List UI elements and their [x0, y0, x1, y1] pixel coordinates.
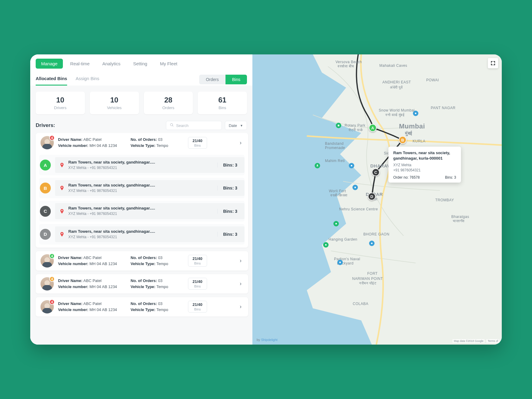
map-attrib-text: Map data ©2018 Google: [453, 339, 485, 343]
stat-value: 28: [144, 96, 193, 104]
stat-vehicles: 10Vehicles: [90, 92, 139, 114]
sort-label: Date: [229, 123, 237, 128]
svg-point-1: [351, 165, 352, 167]
stop-info: Ram Towers, near sita society, gandhinag…: [55, 180, 245, 196]
map-attrib-text: Terms of: [486, 339, 499, 343]
map-panel[interactable]: MumbaiमुंबईANDHERI EASTPOWAIअंधेरी पूर्व…: [252, 54, 502, 345]
driver-header[interactable]: 4 Driver Name: ABC Patel Vehicle number:…: [36, 251, 248, 271]
stop-text: Ram Towers, near sita society, gandhinag…: [68, 183, 214, 193]
svg-point-3: [371, 243, 373, 244]
stop-bins: Bins: 3: [217, 163, 240, 167]
search-icon: [170, 123, 174, 128]
chevron-right-icon[interactable]: ›: [238, 303, 243, 310]
stat-orders: 28Orders: [144, 92, 193, 114]
pin-icon: [59, 185, 65, 191]
nav-real-time[interactable]: Real-time: [65, 59, 95, 69]
map-poi-icon: [336, 123, 341, 128]
sub-tabs: Allocated BinsAssign Bins: [36, 73, 99, 86]
map-poi-icon: [369, 241, 375, 246]
stat-label: Orders: [144, 105, 193, 110]
nav-manage[interactable]: Manage: [36, 59, 63, 69]
expand-button[interactable]: [488, 58, 498, 68]
app-window: ManageReal-timeAnalyticsSettingMy Fleet …: [30, 54, 502, 345]
list-header: Drivers: Search Date ▼: [30, 118, 252, 133]
nav-setting[interactable]: Setting: [128, 59, 153, 69]
stop-row[interactable]: D Ram Towers, near sita society, gandhin…: [39, 224, 245, 245]
driver-card: 4 Driver Name: ABC Patel Vehicle number:…: [36, 297, 248, 316]
expand-icon: [490, 60, 496, 66]
driver-info: Driver Name: ABC Patel Vehicle number: M…: [58, 137, 125, 149]
stat-label: Bins: [198, 105, 247, 110]
stop-marker-a: A: [40, 160, 51, 170]
driver-card: 4 Driver Name: ABC Patel Vehicle number:…: [36, 251, 248, 271]
driver-badge: 4: [49, 253, 55, 259]
stop-bins: Bins: 3: [217, 232, 240, 237]
stop-row[interactable]: C Ram Towers, near sita society, gandhin…: [39, 201, 245, 221]
driver-card: 4 Driver Name: ABC Patel Vehicle number:…: [36, 133, 248, 248]
view-toggle: OrdersBins: [199, 75, 247, 84]
map-marker-c[interactable]: C: [372, 168, 380, 176]
toggle-bins[interactable]: Bins: [225, 75, 247, 84]
stop-row[interactable]: A Ram Towers, near sita society, gandhin…: [39, 155, 245, 175]
svg-point-6: [355, 187, 356, 188]
avatar: 4: [41, 136, 54, 149]
stop-text: Ram Towers, near sita society, gandhinag…: [68, 160, 214, 170]
map-tooltip: Ram Towers, near sita society, gandhinag…: [388, 147, 461, 183]
sort-dropdown[interactable]: Date ▼: [225, 121, 247, 130]
map-poi-icon: [349, 163, 354, 168]
left-panel: ManageReal-timeAnalyticsSettingMy Fleet …: [30, 54, 252, 345]
stat-bins: 61Bins: [198, 92, 247, 114]
search-sort: Search Date ▼: [166, 121, 247, 130]
subtab-allocated-bins[interactable]: Allocated Bins: [36, 73, 67, 86]
driver-info: Driver Name: ABC Patel Vehicle number: M…: [58, 278, 125, 290]
driver-header[interactable]: 4 Driver Name: ABC Patel Vehicle number:…: [36, 133, 248, 152]
driver-header[interactable]: 4 Driver Name: ABC Patel Vehicle number:…: [36, 297, 248, 316]
stop-info: Ram Towers, near sita society, gandhinag…: [55, 226, 245, 242]
bins-count: 21/40Bins: [188, 137, 207, 149]
avatar: 4: [41, 300, 54, 313]
bins-count: 21/40Bins: [188, 278, 207, 290]
chevron-right-icon[interactable]: ›: [238, 258, 243, 264]
driver-info: Driver Name: ABC Patel Vehicle number: M…: [58, 301, 125, 313]
driver-vehicle-info: No. of Orders: 03 Vehicle Type: Tempo: [131, 301, 182, 313]
drivers-list[interactable]: 4 Driver Name: ABC Patel Vehicle number:…: [30, 133, 252, 345]
bins-count: 21/40Bins: [188, 255, 207, 267]
driver-vehicle-info: No. of Orders: 03 Vehicle Type: Tempo: [131, 278, 182, 290]
nav-my-fleet[interactable]: My Fleet: [154, 59, 183, 69]
map-credit: by Shipdelight: [257, 338, 277, 342]
pin-icon: [59, 162, 65, 168]
nav-analytics[interactable]: Analytics: [97, 59, 126, 69]
stat-drivers: 10Drivers: [36, 92, 85, 114]
stat-label: Vehicles: [90, 105, 139, 110]
stop-text: Ram Towers, near sita society, gandhinag…: [68, 229, 214, 240]
stat-value: 61: [198, 96, 247, 104]
map-marker-a[interactable]: A: [369, 124, 377, 132]
driver-badge: 4: [49, 276, 55, 282]
chevron-right-icon[interactable]: ›: [238, 281, 243, 287]
main-nav: ManageReal-timeAnalyticsSettingMy Fleet: [30, 54, 252, 72]
driver-header[interactable]: 4 Driver Name: ABC Patel Vehicle number:…: [36, 274, 248, 294]
stop-marker-d: D: [40, 229, 51, 240]
map-poi-icon: [323, 242, 329, 248]
search-input[interactable]: Search: [166, 121, 222, 130]
pin-icon: [59, 208, 65, 215]
map-marker-b[interactable]: B: [399, 136, 407, 144]
stop-marker-b: B: [40, 183, 51, 193]
chevron-right-icon[interactable]: ›: [238, 140, 243, 146]
subtab-assign-bins[interactable]: Assign Bins: [76, 73, 99, 86]
credit-link[interactable]: Shipdelight: [261, 338, 277, 342]
stop-marker-c: C: [40, 206, 51, 217]
driver-vehicle-info: No. of Orders: 03 Vehicle Type: Tempo: [131, 255, 182, 267]
driver-info: Driver Name: ABC Patel Vehicle number: M…: [58, 255, 125, 267]
subnav-row: Allocated BinsAssign Bins OrdersBins: [30, 72, 252, 86]
stops-list: A Ram Towers, near sita society, gandhin…: [36, 155, 248, 248]
search-placeholder: Search: [176, 123, 189, 128]
chevron-down-icon: ▼: [240, 124, 243, 127]
map-poi-icon: [413, 111, 418, 116]
stop-row[interactable]: B Ram Towers, near sita society, gandhin…: [39, 178, 245, 198]
svg-point-4: [339, 262, 341, 263]
toggle-orders[interactable]: Orders: [199, 75, 225, 84]
map-marker-d[interactable]: D: [368, 193, 376, 200]
list-title: Drivers:: [36, 122, 55, 128]
map-poi-icon: [337, 260, 343, 265]
